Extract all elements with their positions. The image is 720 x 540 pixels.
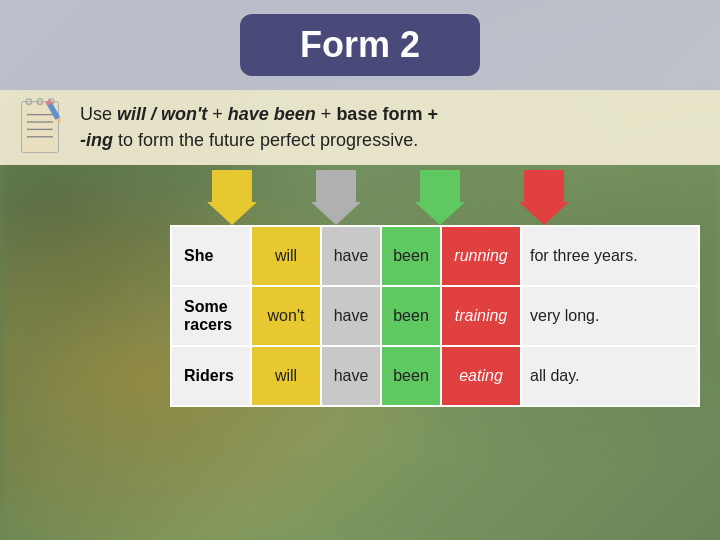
modal-1: will — [251, 226, 321, 286]
notebook-icon — [12, 98, 67, 158]
table-row: Riders will have been eating all day. — [171, 346, 699, 406]
modal-2: won't — [251, 286, 321, 346]
arrow-row — [180, 165, 700, 230]
title-box: Form 2 — [240, 14, 480, 76]
phrase-3: all day. — [521, 346, 699, 406]
been-3: been — [381, 346, 441, 406]
conjugation-table: She will have been running for three yea… — [170, 225, 700, 407]
instruction-row: Use will / won't + have been + base form… — [0, 90, 720, 165]
arrow-green-spacer — [388, 170, 492, 225]
phrase-2: very long. — [521, 286, 699, 346]
arrow-gray-icon — [311, 170, 361, 225]
svg-marker-11 — [207, 170, 257, 225]
arrow-yellow-icon — [207, 170, 257, 225]
verb-2: training — [441, 286, 521, 346]
arrow-green-icon — [415, 170, 465, 225]
subject-1: She — [171, 226, 251, 286]
modal-3: will — [251, 346, 321, 406]
arrow-red-spacer — [492, 170, 596, 225]
subject-3: Riders — [171, 346, 251, 406]
arrow-red-icon — [519, 170, 569, 225]
svg-marker-13 — [415, 170, 465, 225]
have-2: have — [321, 286, 381, 346]
been-2: been — [381, 286, 441, 346]
page-title: Form 2 — [300, 24, 420, 65]
svg-marker-12 — [311, 170, 361, 225]
instruction-text: Use will / won't + have been + base form… — [80, 102, 438, 152]
arrow-gray-spacer — [284, 170, 388, 225]
table-container: She will have been running for three yea… — [170, 225, 700, 407]
arrow-yellow-spacer — [180, 170, 284, 225]
verb-1: running — [441, 226, 521, 286]
table-row: Some racers won't have been training ver… — [171, 286, 699, 346]
have-1: have — [321, 226, 381, 286]
table-row: She will have been running for three yea… — [171, 226, 699, 286]
verb-3: eating — [441, 346, 521, 406]
subject-2: Some racers — [171, 286, 251, 346]
svg-marker-14 — [519, 170, 569, 225]
have-3: have — [321, 346, 381, 406]
top-banner: Form 2 — [0, 0, 720, 90]
phrase-1: for three years. — [521, 226, 699, 286]
been-1: been — [381, 226, 441, 286]
